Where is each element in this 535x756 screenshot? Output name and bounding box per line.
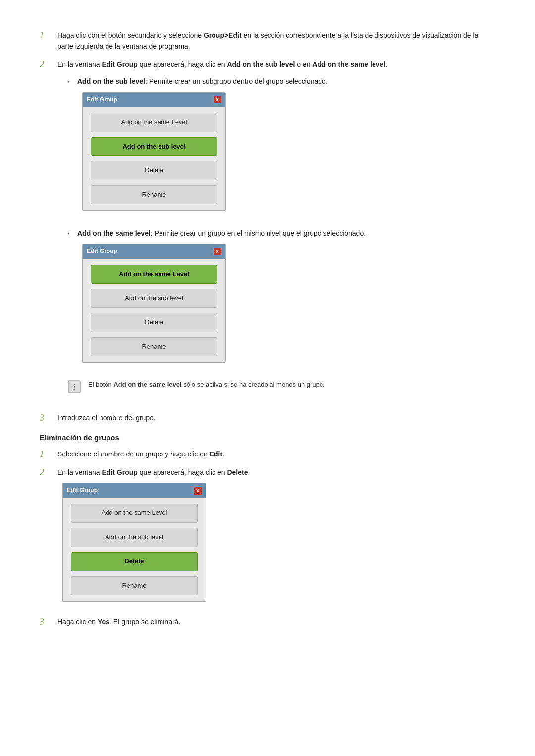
step-2: 2 En la ventana Edit Group que aparecerá… xyxy=(40,59,495,405)
step-text-2: En la ventana Edit Group que aparecerá, … xyxy=(57,59,495,405)
dialog-samelevel: Edit Group x Add on the same Level Add o… xyxy=(82,244,495,362)
step-text-1: Haga clic con el botón secundario y sele… xyxy=(57,30,495,52)
step-number-2: 2 xyxy=(40,59,57,70)
bullet-2: ● xyxy=(67,228,77,237)
dialog-btn-same-level-3[interactable]: Add on the same Level xyxy=(71,504,198,523)
dialog-body-3: Add on the same Level Add on the sub lev… xyxy=(63,498,206,601)
elim-step-number-2: 2 xyxy=(40,467,57,478)
dialog-title-2: Edit Group xyxy=(87,247,117,256)
dialog-delete: Edit Group x Add on the same Level Add o… xyxy=(62,483,495,602)
elim-step-1: 1 Seleccione el nombre de un grupo y hag… xyxy=(40,449,495,459)
dialog-btn-delete-1[interactable]: Delete xyxy=(91,161,217,180)
elim-step-2: 2 En la ventana Edit Group que aparecerá… xyxy=(40,467,495,610)
dialog-title-1: Edit Group xyxy=(87,95,117,104)
note-text: El botón Add on the same level sólo se a… xyxy=(88,380,325,390)
elim-step-text-1: Seleccione el nombre de un grupo y haga … xyxy=(57,449,495,459)
sub-item-2: ● Add on the same level: Permite crear u… xyxy=(67,228,495,371)
dialog-body-2: Add on the same Level Add on the sub lev… xyxy=(83,259,225,362)
dialog-btn-delete-3[interactable]: Delete xyxy=(71,552,198,571)
step-number-3: 3 xyxy=(40,412,57,423)
dialog-sublevel: Edit Group x Add on the same Level Add o… xyxy=(82,92,495,211)
dialog-box-1: Edit Group x Add on the same Level Add o… xyxy=(82,92,226,211)
elim-step-text-3: Haga clic en Yes. El grupo se eliminará. xyxy=(57,616,495,627)
dialog-btn-rename-2[interactable]: Rename xyxy=(91,337,217,356)
step-text-3: Introduzca el nombre del grupo. xyxy=(57,412,495,423)
dialog-btn-sub-level-2[interactable]: Add on the sub level xyxy=(91,289,217,308)
sub-item-1: ● Add on the sub level: Permite crear un… xyxy=(67,76,495,219)
dialog-body-1: Add on the same Level Add on the sub lev… xyxy=(83,107,225,210)
dialog-titlebar-3: Edit Group x xyxy=(63,483,206,498)
dialog-title-3: Edit Group xyxy=(67,486,98,495)
step-1: 1 Haga clic con el botón secundario y se… xyxy=(40,30,495,52)
dialog-titlebar-2: Edit Group x xyxy=(83,244,225,258)
dialog-titlebar-1: Edit Group x xyxy=(83,93,225,107)
dialog-btn-same-level-1[interactable]: Add on the same Level xyxy=(91,113,217,132)
dialog-box-3: Edit Group x Add on the same Level Add o… xyxy=(62,483,206,602)
dialog-close-2[interactable]: x xyxy=(214,248,221,255)
elim-step-text-2: En la ventana Edit Group que aparecerá, … xyxy=(57,467,495,610)
note-row: i El botón Add on the same level sólo se… xyxy=(67,380,495,399)
bullet-1: ● xyxy=(67,76,77,85)
step-3: 3 Introduzca el nombre del grupo. xyxy=(40,412,495,423)
sub-text-2: Add on the same level: Permite crear un … xyxy=(77,228,495,371)
svg-text:i: i xyxy=(73,383,75,391)
elim-step-number-1: 1 xyxy=(40,449,57,459)
elim-step-number-3: 3 xyxy=(40,616,57,627)
sub-text-1: Add on the sub level: Permite crear un s… xyxy=(77,76,495,219)
dialog-box-2: Edit Group x Add on the same Level Add o… xyxy=(82,244,226,362)
dialog-close-3[interactable]: x xyxy=(194,487,202,495)
step-number-1: 1 xyxy=(40,30,57,41)
note-icon: i xyxy=(67,380,82,399)
section-2-heading: Eliminación de grupos xyxy=(40,433,495,442)
dialog-btn-rename-1[interactable]: Rename xyxy=(91,185,217,204)
dialog-btn-delete-2[interactable]: Delete xyxy=(91,313,217,332)
dialog-btn-sub-level-1[interactable]: Add on the sub level xyxy=(91,137,217,156)
dialog-btn-rename-3[interactable]: Rename xyxy=(71,576,198,596)
dialog-btn-sub-level-3[interactable]: Add on the sub level xyxy=(71,528,198,547)
dialog-btn-same-level-2[interactable]: Add on the same Level xyxy=(91,265,217,284)
dialog-close-1[interactable]: x xyxy=(214,96,221,103)
elim-step-3: 3 Haga clic en Yes. El grupo se eliminar… xyxy=(40,616,495,627)
